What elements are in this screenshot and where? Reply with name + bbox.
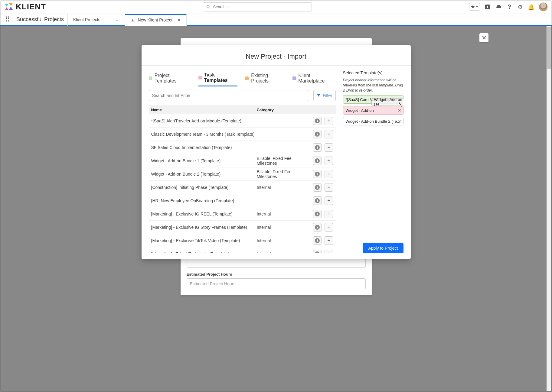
svg-marker-2 bbox=[5, 7, 8, 10]
tab-label: New Klient Project bbox=[138, 18, 172, 22]
header-actions: ★▼ ? ⚙ 🔔 bbox=[469, 2, 548, 11]
nav-bar: ⠿ Successful Projects Klient Projects ⌄ … bbox=[0, 14, 552, 26]
tab-label: Klient Projects bbox=[73, 17, 100, 22]
global-search[interactable] bbox=[203, 2, 312, 11]
workspace-name: Successful Projects bbox=[15, 16, 67, 23]
settings-button[interactable]: ⚙ bbox=[517, 4, 524, 10]
global-search-input[interactable] bbox=[213, 5, 309, 9]
close-tab-button[interactable]: ✕ bbox=[177, 18, 181, 22]
help-button[interactable]: ? bbox=[506, 4, 513, 10]
logo-text: KLIENT bbox=[16, 2, 46, 11]
app-launcher[interactable]: ⠿ bbox=[0, 15, 15, 24]
favorites-button[interactable]: ★▼ bbox=[469, 3, 480, 11]
assistant-button[interactable] bbox=[495, 4, 502, 10]
logo-icon bbox=[4, 2, 13, 11]
svg-marker-3 bbox=[9, 7, 13, 10]
cloud-icon bbox=[495, 4, 501, 10]
notifications-button[interactable]: 🔔 bbox=[528, 4, 534, 10]
svg-marker-0 bbox=[5, 4, 8, 7]
svg-marker-1 bbox=[9, 3, 13, 6]
question-icon: ? bbox=[508, 3, 511, 10]
star-icon: ★ bbox=[471, 4, 475, 10]
nav-tab-klient-projects[interactable]: Klient Projects ⌄ bbox=[67, 14, 125, 26]
waffle-icon: ⠿ bbox=[5, 15, 10, 24]
gear-icon: ⚙ bbox=[518, 4, 523, 10]
user-avatar[interactable] bbox=[539, 2, 548, 11]
nav-tab-new-klient-project[interactable]: ▲ New Klient Project ✕ bbox=[125, 14, 187, 26]
app-logo: KLIENT bbox=[4, 2, 46, 11]
top-bar: KLIENT ★▼ ? ⚙ 🔔 bbox=[0, 0, 552, 14]
add-button[interactable] bbox=[484, 4, 491, 10]
bell-icon: 🔔 bbox=[528, 4, 534, 10]
svg-line-5 bbox=[209, 7, 210, 8]
chevron-down-icon[interactable]: ⌄ bbox=[116, 17, 119, 22]
plus-square-icon bbox=[485, 4, 491, 10]
search-icon bbox=[206, 5, 211, 9]
unsaved-icon: ▲ bbox=[131, 18, 135, 22]
svg-point-4 bbox=[207, 5, 209, 8]
chevron-down-icon: ▼ bbox=[475, 5, 479, 8]
